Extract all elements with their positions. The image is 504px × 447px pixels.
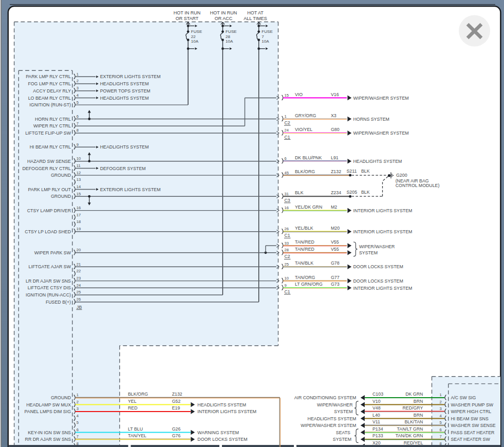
svg-text:TAN/LT GRN: TAN/LT GRN [397, 426, 423, 432]
svg-text:HOT AT: HOT AT [247, 10, 264, 15]
svg-text:DK BLU/PNK: DK BLU/PNK [295, 155, 322, 160]
svg-text:28: 28 [285, 248, 289, 252]
svg-text:TAN/RED: TAN/RED [295, 247, 314, 252]
svg-text:HEADLIGHTS SYSTEM: HEADLIGHTS SYSTEM [100, 144, 149, 150]
svg-text:HORNS SYSTEM: HORNS SYSTEM [353, 117, 389, 122]
svg-text:PASS SEAT HEATER: PASS SEAT HEATER [451, 430, 495, 435]
svg-text:V48: V48 [372, 405, 381, 411]
svg-text:4: 4 [77, 93, 79, 98]
svg-text:2: 2 [77, 79, 79, 83]
svg-text:LO BEAM RLY CTRL: LO BEAM RLY CTRL [28, 96, 71, 101]
svg-text:21: 21 [77, 262, 81, 267]
svg-text:GRY/ORG: GRY/ORG [295, 113, 316, 118]
svg-text:TAN/YEL: TAN/YEL [128, 433, 146, 438]
svg-text:33: 33 [285, 241, 289, 246]
svg-text:DEFOGGER SYSTEM: DEFOGGER SYSTEM [100, 166, 146, 171]
svg-text:V55: V55 [331, 239, 339, 245]
svg-text:HI BEAM RLY CTRL: HI BEAM RLY CTRL [30, 144, 71, 150]
svg-text:18: 18 [77, 219, 81, 224]
svg-text:G52: G52 [172, 399, 181, 404]
svg-text:2: 2 [439, 400, 441, 404]
svg-text:LR DR AJAR SW SNS: LR DR AJAR SW SNS [26, 278, 71, 284]
svg-text:CTSY LP LOAD SHED: CTSY LP LOAD SHED [25, 229, 71, 234]
svg-text:TAN/ORG: TAN/ORG [295, 275, 315, 280]
svg-text:2: 2 [77, 400, 79, 404]
svg-text:POWER TOPS SYSTEM: POWER TOPS SYSTEM [100, 88, 151, 94]
svg-text:A/C SW SIG: A/C SW SIG [451, 395, 476, 400]
svg-text:Z132: Z132 [172, 392, 182, 397]
svg-text:YEL/BLK: YEL/BLK [295, 226, 313, 231]
svg-text:E19: E19 [172, 405, 180, 411]
svg-text:WIPER/WASHER SYSTEM: WIPER/WASHER SYSTEM [353, 131, 409, 136]
svg-text:7: 7 [439, 434, 441, 439]
svg-text:45: 45 [285, 171, 289, 175]
svg-text:KEY-IN IGN SW SNS: KEY-IN IGN SW SNS [28, 430, 71, 435]
svg-text:20: 20 [77, 248, 81, 252]
svg-text:12: 12 [77, 171, 81, 175]
svg-text:SYSTEM: SYSTEM [334, 409, 352, 414]
svg-text:24: 24 [77, 283, 81, 288]
svg-text:4: 4 [77, 414, 79, 418]
svg-text:10A: 10A [191, 39, 199, 44]
svg-text:SYSTEM: SYSTEM [333, 437, 351, 442]
svg-text:SYSTEM: SYSTEM [359, 250, 378, 255]
svg-text:WIPER/WASHER: WIPER/WASHER [317, 402, 353, 407]
svg-text:FUSED B(+): FUSED B(+) [46, 300, 71, 305]
svg-text:10A: 10A [262, 39, 269, 44]
svg-text:3: 3 [77, 86, 79, 90]
svg-text:5: 5 [77, 100, 79, 105]
svg-text:25: 25 [77, 290, 81, 294]
svg-text:P133: P133 [372, 433, 383, 438]
svg-text:4: 4 [439, 414, 441, 418]
svg-text:IGNITION (RUN-ST): IGNITION (RUN-ST) [29, 102, 71, 107]
svg-text:BRN: BRN [414, 399, 423, 404]
svg-text:13: 13 [77, 177, 81, 182]
svg-text:G73: G73 [331, 282, 340, 287]
svg-text:24: 24 [285, 128, 289, 133]
svg-text:7: 7 [77, 434, 79, 439]
svg-text:15: 15 [285, 93, 289, 98]
svg-text:C1: C1 [285, 233, 290, 238]
svg-text:1: 1 [285, 114, 287, 119]
svg-text:V55: V55 [331, 247, 339, 252]
svg-text:INTERIOR LIGHTS SYSTEM: INTERIOR LIGHTS SYSTEM [197, 409, 256, 414]
svg-text:G26: G26 [172, 426, 181, 432]
svg-text:LT BLU: LT BLU [128, 426, 143, 432]
svg-text:RED/YEL: RED/YEL [404, 440, 423, 445]
svg-text:L40: L40 [372, 413, 380, 418]
svg-text:C2: C2 [285, 254, 290, 259]
svg-text:INTERIOR LIGHTS SYSTEM: INTERIOR LIGHTS SYSTEM [353, 229, 413, 234]
svg-text:L91: L91 [331, 155, 339, 160]
svg-text:ALL TIMES: ALL TIMES [244, 16, 267, 21]
svg-text:HEADLAMP SW MUX: HEADLAMP SW MUX [26, 402, 71, 407]
svg-text:FUSE: FUSE [226, 29, 237, 34]
svg-text:HEADLIGHTS SYSTEM: HEADLIGHTS SYSTEM [197, 402, 246, 407]
svg-text:OR ACC: OR ACC [215, 16, 233, 21]
svg-text:HEADLIGHTS SYSTEM: HEADLIGHTS SYSTEM [308, 416, 357, 421]
svg-text:TAN/DK GRN: TAN/DK GRN [396, 433, 423, 438]
svg-text:26: 26 [77, 297, 81, 302]
svg-text:EXTERIOR LIGHTS SYSTEM: EXTERIOR LIGHTS SYSTEM [100, 74, 161, 79]
svg-text:11: 11 [77, 163, 81, 168]
svg-text:EXTERIOR LIGHTS SYSTEM: EXTERIOR LIGHTS SYSTEM [100, 187, 161, 192]
svg-text:ACCY DELAY RLY: ACCY DELAY RLY [33, 88, 71, 94]
svg-text:LIFTGATE CTSY DIS: LIFTGATE CTSY DIS [28, 285, 71, 290]
svg-text:7: 7 [77, 121, 79, 126]
svg-text:WIPER HIGH CTRL: WIPER HIGH CTRL [451, 409, 492, 414]
svg-text:FUSE: FUSE [262, 29, 273, 34]
svg-text:DOOR LOCKS SYSTEM: DOOR LOCKS SYSTEM [353, 278, 403, 284]
svg-text:16: 16 [77, 206, 81, 210]
svg-text:10: 10 [285, 276, 289, 281]
svg-text:BLK: BLK [361, 169, 370, 174]
svg-text:16: 16 [285, 206, 289, 210]
svg-text:C1: C1 [285, 135, 290, 140]
svg-text:DOOR LOCKS SYSTEM: DOOR LOCKS SYSTEM [197, 437, 247, 442]
svg-text:9: 9 [77, 142, 79, 147]
svg-text:DK GRN: DK GRN [405, 392, 423, 397]
svg-text:VIO: VIO [295, 92, 303, 97]
svg-text:10A: 10A [226, 39, 233, 44]
svg-text:BLK: BLK [295, 190, 304, 195]
svg-text:C1: C1 [285, 289, 290, 294]
svg-text:HEADLIGHTS SYSTEM: HEADLIGHTS SYSTEM [100, 96, 149, 101]
svg-text:Z234: Z234 [331, 190, 341, 195]
